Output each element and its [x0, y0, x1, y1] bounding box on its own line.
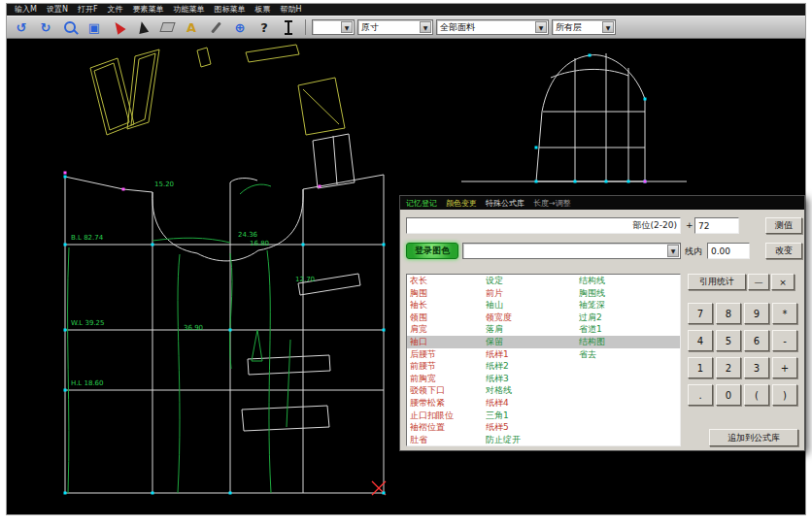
formula-input[interactable]: 部位(2-20) — [406, 217, 681, 234]
help-icon[interactable]: ? — [254, 17, 275, 37]
pattern-point[interactable] — [64, 244, 67, 246]
list-item[interactable]: 后腰节纸样1省去 — [407, 348, 680, 361]
calc-key[interactable]: 3 — [744, 357, 769, 378]
chevron-down-icon[interactable]: ▼ — [535, 21, 547, 33]
minus-operator-button[interactable]: — — [748, 274, 769, 290]
list-item[interactable]: 驳领下口对格线 — [407, 384, 680, 397]
pattern-point[interactable] — [319, 185, 321, 188]
calc-key[interactable]: 1 — [688, 357, 713, 378]
menu-item[interactable]: 设置N — [43, 4, 72, 16]
dialog-tab[interactable]: 长度→调整 — [533, 197, 571, 210]
multiply-operator-button[interactable]: × — [771, 274, 795, 290]
chevron-down-icon[interactable]: ▼ — [420, 21, 431, 33]
calc-key[interactable]: 2 — [716, 357, 741, 378]
calc-key[interactable]: * — [772, 303, 797, 324]
register-color-button[interactable]: 登录图色 — [406, 243, 458, 259]
list-item[interactable]: 前腰节纸样2 — [407, 360, 680, 373]
calc-key[interactable]: 6 — [744, 330, 769, 351]
dialog-tab[interactable]: 记忆登记 — [406, 197, 437, 210]
text-a-icon[interactable]: A — [181, 17, 202, 37]
calc-key[interactable]: 8 — [716, 303, 741, 324]
calc-key[interactable]: ) — [772, 384, 797, 406]
chevron-down-icon[interactable]: ▼ — [667, 245, 679, 257]
list-item[interactable]: 袖褶位置纸样5 — [407, 421, 680, 434]
menu-item[interactable]: 帮助H — [277, 4, 306, 16]
pattern-point[interactable] — [383, 329, 386, 332]
calc-key[interactable]: 0 — [716, 384, 741, 406]
pattern-point[interactable] — [122, 188, 125, 191]
select-arrow-icon[interactable] — [132, 17, 153, 37]
list-item[interactable]: 肚省防止绽开 — [407, 434, 680, 446]
pan-icon[interactable]: ⊕ — [229, 17, 251, 37]
menu-item[interactable]: 输入M — [11, 4, 41, 16]
pattern-point[interactable] — [383, 492, 386, 495]
calc-key[interactable]: ( — [744, 384, 769, 406]
calc-key[interactable]: + — [772, 357, 797, 378]
reference-stats-button[interactable]: 引用统计 — [688, 274, 746, 290]
line-value-input[interactable] — [707, 243, 750, 259]
undo-icon[interactable]: ↺ — [11, 17, 32, 37]
calc-key[interactable]: 9 — [744, 303, 769, 324]
part-combo[interactable]: ▼ — [462, 243, 681, 259]
list-item[interactable]: 腰带松紧纸样4 — [407, 397, 680, 410]
calc-key[interactable]: - — [772, 330, 797, 351]
measure-button[interactable]: 测值 — [765, 217, 802, 234]
view-box-icon[interactable]: ▣ — [84, 17, 105, 37]
pattern-point[interactable] — [605, 180, 608, 183]
pattern-point[interactable] — [302, 244, 305, 246]
pattern-point[interactable] — [574, 180, 577, 183]
chevron-down-icon[interactable]: ▼ — [602, 21, 614, 33]
list-item[interactable]: 袖长袖山袖笼深 — [407, 299, 680, 312]
pattern-point[interactable] — [64, 172, 67, 175]
pattern-point[interactable] — [589, 54, 592, 57]
calc-key[interactable]: . — [688, 384, 713, 406]
calc-key[interactable]: 7 — [688, 303, 713, 324]
pattern-point[interactable] — [64, 176, 67, 179]
zoom-combo[interactable]: 原寸 ▼ — [357, 19, 433, 35]
ibeam-icon[interactable] — [278, 17, 299, 37]
zoom-icon[interactable] — [59, 17, 81, 37]
eraser-icon[interactable] — [156, 17, 178, 37]
pattern-point[interactable] — [152, 244, 154, 246]
redo-icon[interactable]: ↻ — [35, 17, 56, 37]
list-item[interactable]: 袖口保留结构图 — [407, 336, 680, 348]
menu-item[interactable]: 文件 — [104, 4, 127, 16]
pattern-point[interactable] — [152, 492, 154, 495]
pattern-point[interactable] — [644, 98, 647, 101]
pattern-point[interactable] — [229, 492, 232, 495]
chevron-down-icon[interactable]: ▼ — [341, 21, 353, 33]
pattern-point[interactable] — [229, 329, 232, 332]
dialog-tab[interactable]: 颜色变更 — [446, 197, 477, 210]
layer-combo[interactable]: 所有层 ▼ — [552, 19, 616, 35]
line-style-combo[interactable]: ▼ — [312, 19, 355, 35]
list-item[interactable]: 胸围前片胸围线 — [407, 287, 680, 300]
pattern-point[interactable] — [627, 180, 630, 183]
append-to-formula-library-button[interactable]: 追加到公式库 — [709, 429, 798, 446]
menu-item[interactable]: 板票 — [252, 4, 275, 16]
menu-item[interactable]: 功能菜单 — [170, 4, 209, 16]
measure-list[interactable]: 衣长设定结构线胸围前片胸围线袖长袖山袖笼深领围领宽度过肩2肩宽落肩省道1袖口保留… — [406, 274, 681, 446]
menu-item[interactable]: 要素菜单 — [129, 4, 168, 16]
list-item[interactable]: 衣长设定结构线 — [407, 275, 680, 287]
pen-icon[interactable] — [205, 17, 226, 37]
pattern-point[interactable] — [535, 180, 538, 183]
list-item[interactable]: 止口扣眼位三角1 — [407, 410, 680, 422]
pattern-point[interactable] — [383, 244, 386, 246]
pattern-point[interactable] — [64, 389, 67, 392]
pattern-point[interactable] — [644, 180, 647, 183]
list-item[interactable]: 领围领宽度过肩2 — [407, 312, 680, 324]
menu-item[interactable]: 打开F — [74, 4, 102, 16]
dialog-titlebar[interactable]: 记忆登记颜色变更特殊公式库长度→调整 — [400, 196, 804, 210]
dialog-tab[interactable]: 特殊公式库 — [486, 197, 524, 210]
list-item[interactable]: 肩宽落肩省道1 — [407, 323, 680, 336]
pattern-point[interactable] — [64, 492, 67, 495]
calc-key[interactable]: 4 — [688, 330, 713, 351]
size-value-input[interactable] — [694, 217, 739, 234]
change-button[interactable]: 改变 — [765, 243, 802, 259]
list-item[interactable]: 前胸宽纸样3 — [407, 373, 680, 385]
pattern-point[interactable] — [64, 329, 67, 332]
select-arrow-red-icon[interactable] — [108, 17, 129, 37]
calc-key[interactable]: 5 — [716, 330, 741, 351]
menu-item[interactable]: 图标菜单 — [211, 4, 250, 16]
pattern-point[interactable] — [535, 147, 538, 149]
